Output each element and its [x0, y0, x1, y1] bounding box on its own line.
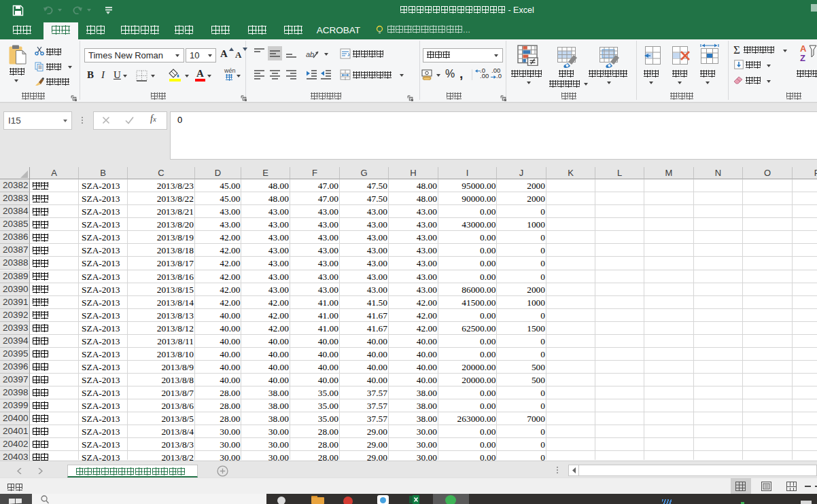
svg-text:ab: ab [306, 50, 314, 58]
